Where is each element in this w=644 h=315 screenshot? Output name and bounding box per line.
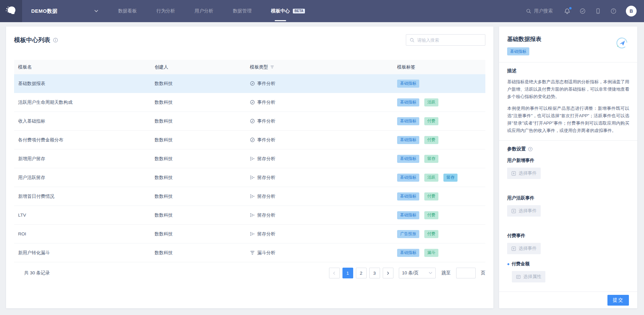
pagination-bar: 共 30 条记录 12310 条/页跳至页 — [14, 268, 485, 278]
template-type: 事件分析 — [246, 118, 393, 124]
chevron-left-icon — [332, 271, 336, 275]
select-attribute-icon — [516, 274, 521, 279]
page-title: 模板中心列表 — [14, 36, 50, 44]
select-event-button[interactable]: 选择事件 — [507, 243, 541, 254]
table-row[interactable]: LTV数数科技留存分析基础指标付费 — [14, 206, 485, 225]
notification-bell[interactable] — [564, 8, 570, 14]
description-section: 描述 基础指标是绝大多数产品形态都适用的分析指标，本例涵盖了用户新增、活跃以及付… — [499, 62, 637, 140]
template-tag: 基础指标 — [397, 211, 419, 219]
event-analysis-icon — [250, 137, 255, 142]
template-tags: 基础指标活跃 — [393, 98, 485, 106]
template-tags: 基础指标漏斗 — [393, 249, 485, 257]
table-header: 模板名创建人模板类型模板标签 — [14, 60, 485, 74]
detail-tag: 基础指标 — [507, 47, 529, 55]
template-tag: 基础指标 — [397, 136, 419, 144]
chevron-right-icon — [386, 271, 390, 275]
param-label: 付费事件 — [507, 233, 629, 239]
help-icon[interactable]: ? — [528, 147, 533, 151]
template-type: 事件分析 — [246, 81, 393, 87]
template-tags: 广告投放付费 — [393, 230, 485, 238]
template-creator: 数数科技 — [151, 81, 246, 87]
select-attribute-button[interactable]: 选择属性 — [512, 271, 545, 282]
detail-title: 基础数据报表 — [507, 35, 629, 43]
help-button[interactable]: ? — [610, 8, 616, 14]
create-report-button[interactable] — [615, 37, 628, 49]
nav-item-user[interactable]: 用户分析 — [194, 0, 214, 22]
template-name: 新用户转化漏斗 — [14, 250, 151, 256]
param-field: 用户新增事件选择事件 — [507, 158, 629, 179]
table-row[interactable]: 新增首日付费情况数数科技留存分析基础指标付费 — [14, 187, 485, 206]
template-type: 留存分析 — [246, 175, 393, 181]
template-type: 留存分析 — [246, 212, 393, 218]
search-input[interactable] — [417, 38, 482, 43]
select-event-button[interactable]: 选择事件 — [507, 205, 541, 217]
thinkingdata-logo-icon — [5, 5, 17, 17]
template-tag: 基础指标 — [397, 192, 419, 200]
template-tag: 基础指标 — [397, 98, 419, 106]
template-name: LTV — [14, 213, 151, 218]
description-title: 描述 — [507, 68, 629, 74]
user-search[interactable]: 用户搜索 — [526, 8, 553, 14]
table-row[interactable]: 各付费项付费金额分布数数科技事件分析基础指标付费 — [14, 131, 485, 149]
select-event-button[interactable]: 选择事件 — [507, 168, 541, 179]
params-section: 参数设置 ? 用户新增事件选择事件用户活跃事件选择事件付费事件选择事件◆付费金额… — [499, 140, 637, 288]
help-icon: ? — [610, 8, 616, 14]
template-creator: 数数科技 — [151, 118, 246, 124]
event-analysis-icon — [250, 100, 255, 105]
table-row[interactable]: 活跃用户生命周期天数构成数数科技事件分析基础指标活跃 — [14, 93, 485, 112]
nav-item-behavior[interactable]: 行为分析 — [156, 0, 176, 22]
table-row[interactable]: 基础数据报表数数科技事件分析基础指标 — [14, 74, 485, 93]
chevron-down-icon — [94, 10, 98, 12]
app-logo[interactable] — [0, 0, 22, 22]
navbar-right: 用户搜索 ? B — [526, 6, 644, 16]
next-page-button[interactable] — [383, 268, 393, 278]
param-fields: 用户新增事件选择事件用户活跃事件选择事件付费事件选择事件◆付费金额选择属性 — [507, 158, 629, 282]
table-row[interactable]: ROI数数科技留存分析广告投放付费 — [14, 225, 485, 243]
jump-to-input[interactable] — [456, 268, 476, 278]
page-button-2[interactable]: 2 — [356, 268, 367, 278]
page-button-3[interactable]: 3 — [369, 268, 380, 278]
svg-text:?: ? — [530, 148, 531, 151]
table-row[interactable]: 收入基础指标数数科技事件分析基础指标付费 — [14, 112, 485, 131]
template-type: 留存分析 — [246, 156, 393, 162]
user-avatar[interactable]: B — [626, 6, 637, 16]
template-creator: 数数科技 — [151, 99, 246, 105]
content-area: 模板中心列表 模板名创建人模板类型模板标签 基础数据报表数数科技事件分析基础指标… — [0, 22, 644, 315]
template-tag: 付费 — [424, 117, 438, 125]
project-selector[interactable]: DEMO数据 — [31, 8, 98, 14]
record-count: 共 30 条记录 — [24, 270, 50, 276]
table-row[interactable]: 新增用户留存数数科技留存分析基础指标留存 — [14, 149, 485, 168]
submit-button[interactable]: 提交 — [607, 295, 629, 306]
template-name: 基础数据报表 — [14, 81, 151, 87]
param-field: ◆付费金额选择属性 — [507, 261, 629, 282]
template-name: 新增首日付费情况 — [14, 193, 151, 199]
retention-analysis-icon — [250, 231, 255, 236]
page-button-1[interactable]: 1 — [342, 268, 353, 278]
param-label: 用户新增事件 — [507, 158, 629, 164]
chevron-down-icon — [429, 272, 432, 274]
filter-icon[interactable] — [270, 65, 274, 69]
template-detail-panel: 基础数据报表 基础指标 描述 基础指标是绝大多数产品形态都适用的分析指标，本例涵… — [499, 27, 637, 308]
template-creator: 数数科技 — [151, 156, 246, 162]
template-type: 留存分析 — [246, 231, 393, 237]
retention-analysis-icon — [250, 156, 255, 161]
nav-item-dashboard[interactable]: 数据看板 — [117, 0, 138, 22]
nav-item-template[interactable]: 模板中心BETA — [270, 0, 305, 22]
page-size-select[interactable]: 10 条/页 — [399, 268, 436, 278]
table-row[interactable]: 新用户转化漏斗数数科技漏斗分析基础指标漏斗 — [14, 243, 485, 262]
nav-item-data[interactable]: 数据管理 — [232, 0, 252, 22]
task-status-button[interactable] — [580, 8, 586, 14]
template-name: 各付费项付费金额分布 — [14, 137, 151, 143]
template-tag: 付费 — [424, 230, 438, 238]
table-row[interactable]: 用户活跃留存数数科技留存分析基础指标活跃留存 — [14, 168, 485, 187]
funnel-analysis-icon — [250, 250, 255, 255]
prev-page-button[interactable] — [329, 268, 340, 278]
nav-item-label: 数据管理 — [232, 8, 252, 14]
mobile-app-button[interactable] — [595, 8, 601, 14]
template-tag: 留存 — [424, 155, 438, 163]
check-circle-icon — [580, 8, 586, 14]
main-nav: 数据看板行为分析用户分析数据管理模板中心BETA — [117, 0, 323, 22]
info-icon[interactable] — [53, 38, 58, 43]
template-tags: 基础指标付费 — [393, 192, 485, 200]
select-event-icon — [511, 246, 516, 251]
